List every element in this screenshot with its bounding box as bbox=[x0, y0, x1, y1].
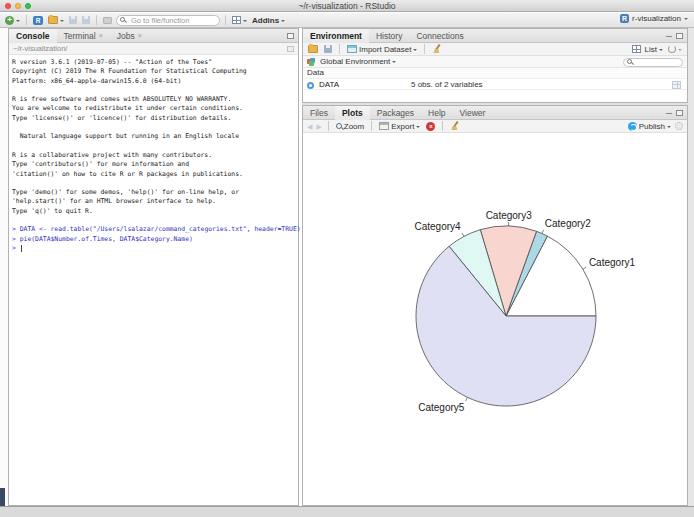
new-project-button[interactable]: R bbox=[32, 14, 44, 26]
close-icon[interactable]: × bbox=[138, 29, 142, 43]
refresh-environment-button[interactable] bbox=[667, 43, 683, 55]
list-view-button[interactable]: List bbox=[644, 43, 664, 55]
publish-label: Publish bbox=[639, 122, 665, 131]
gear-icon[interactable] bbox=[675, 122, 683, 130]
publish-button[interactable]: Publish bbox=[627, 120, 672, 132]
pie-label-tick bbox=[462, 233, 464, 237]
tab-connections[interactable]: Connections bbox=[409, 29, 470, 43]
open-folder-icon bbox=[48, 16, 58, 24]
search-icon bbox=[120, 17, 125, 22]
chevron-down-icon bbox=[416, 126, 420, 130]
object-name: DATA bbox=[319, 79, 339, 91]
tab-plots[interactable]: Plots bbox=[335, 106, 370, 120]
print-button[interactable] bbox=[102, 14, 113, 26]
pie-slice-label: Category1 bbox=[589, 257, 636, 268]
pie-slice-label: Category2 bbox=[545, 218, 592, 229]
remove-plot-icon: x bbox=[426, 122, 435, 131]
toolbar-separator bbox=[371, 121, 372, 131]
maximize-pane-icon[interactable] bbox=[676, 110, 683, 116]
pie-chart: Category1Category2Category3Category4Cate… bbox=[303, 133, 687, 505]
chevron-down-icon bbox=[678, 49, 682, 53]
working-directory-label: ~/r-visualization/ bbox=[13, 44, 67, 53]
pane-layout-icon bbox=[232, 16, 241, 24]
open-in-new-window-icon[interactable] bbox=[287, 46, 294, 52]
tab-terminal[interactable]: Terminal × bbox=[57, 29, 110, 43]
remove-plot-button[interactable]: x bbox=[425, 120, 436, 132]
console-command-line: > DATA <- read.table("/Users/lsalazar/co… bbox=[9, 225, 298, 234]
zoom-icon bbox=[336, 123, 342, 129]
export-label: Export bbox=[391, 122, 414, 131]
zoom-label: Zoom bbox=[344, 122, 364, 131]
tab-packages[interactable]: Packages bbox=[370, 106, 421, 120]
save-icon bbox=[69, 16, 77, 24]
rstudio-window: ~/r-visualization - RStudio + R bbox=[0, 0, 694, 517]
open-folder-icon bbox=[308, 45, 318, 53]
previous-plot-icon[interactable]: ◀ bbox=[307, 120, 312, 133]
console-command: pie(DATA$Number.of.Times, DATA$Category.… bbox=[20, 235, 193, 243]
clear-all-plots-button[interactable] bbox=[449, 120, 461, 132]
environment-scope-button[interactable]: Global Environment bbox=[319, 56, 397, 68]
list-view-label: List bbox=[645, 45, 657, 54]
window-edge-bottom bbox=[0, 506, 694, 517]
zoom-plot-button[interactable]: Zoom bbox=[335, 120, 365, 132]
minimize-pane-icon[interactable] bbox=[666, 36, 672, 37]
background-window-fragment bbox=[0, 488, 5, 506]
toolbar-separator bbox=[442, 121, 443, 131]
minimize-window-button[interactable] bbox=[15, 3, 21, 9]
open-file-button[interactable] bbox=[47, 14, 65, 26]
tab-console[interactable]: Console bbox=[9, 29, 57, 43]
toolbar-separator bbox=[339, 44, 340, 54]
tab-help[interactable]: Help bbox=[421, 106, 452, 120]
zoom-window-button[interactable] bbox=[25, 3, 31, 9]
console-prompt: > bbox=[12, 235, 16, 243]
environment-scope-label: Global Environment bbox=[320, 57, 390, 66]
project-menu-button[interactable]: R r-visualization bbox=[620, 14, 688, 23]
save-button[interactable] bbox=[68, 14, 78, 26]
table-row[interactable]: DATA 5 obs. of 2 variables bbox=[303, 78, 687, 90]
pie-slice-label: Category4 bbox=[414, 221, 461, 232]
console-command: DATA <- read.table("/Users/lsalazar/comm… bbox=[20, 225, 301, 233]
new-file-button[interactable]: + bbox=[4, 14, 21, 26]
broom-icon bbox=[450, 121, 460, 131]
next-plot-icon[interactable]: ▶ bbox=[316, 120, 321, 133]
refresh-icon bbox=[668, 45, 676, 53]
save-all-icon bbox=[82, 16, 90, 24]
list-view-icon bbox=[632, 45, 641, 53]
toolbar-separator bbox=[225, 15, 226, 25]
goto-file-function-input[interactable] bbox=[116, 15, 220, 26]
environment-search-box bbox=[623, 58, 683, 67]
pane-layout-button[interactable] bbox=[231, 14, 248, 26]
r-project-icon: R bbox=[620, 14, 629, 23]
dataframe-expand-icon[interactable] bbox=[307, 82, 314, 89]
close-window-button[interactable] bbox=[5, 3, 11, 9]
global-environment-icon bbox=[307, 58, 316, 66]
tab-files[interactable]: Files bbox=[303, 106, 335, 120]
console-prompt: > bbox=[12, 225, 16, 233]
close-icon[interactable]: × bbox=[99, 29, 103, 43]
clear-workspace-button[interactable] bbox=[431, 43, 443, 55]
save-workspace-button[interactable] bbox=[323, 43, 333, 55]
tab-history[interactable]: History bbox=[369, 29, 409, 43]
pie-slice-label: Category5 bbox=[418, 402, 465, 413]
load-workspace-button[interactable] bbox=[307, 43, 319, 55]
minimize-pane-icon[interactable] bbox=[666, 113, 672, 114]
maximize-pane-icon[interactable] bbox=[287, 33, 294, 39]
import-dataset-button[interactable]: Import Dataset bbox=[346, 43, 418, 55]
save-all-button[interactable] bbox=[81, 14, 91, 26]
environment-scope-row: Global Environment bbox=[303, 56, 687, 68]
maximize-pane-icon[interactable] bbox=[676, 33, 683, 39]
export-plot-button[interactable]: Export bbox=[378, 120, 421, 132]
view-data-icon[interactable] bbox=[672, 81, 681, 89]
addins-button[interactable]: Addins bbox=[251, 14, 286, 26]
pie-label-tick bbox=[466, 397, 468, 401]
tab-viewer[interactable]: Viewer bbox=[453, 106, 493, 120]
broom-icon bbox=[432, 44, 442, 54]
addins-label: Addins bbox=[252, 16, 279, 25]
console-command-line: > pie(DATA$Number.of.Times, DATA$Categor… bbox=[9, 235, 298, 244]
tab-environment[interactable]: Environment bbox=[303, 29, 369, 43]
chevron-down-icon bbox=[16, 20, 20, 24]
console-input-line[interactable]: > bbox=[9, 244, 298, 253]
chevron-down-icon bbox=[659, 49, 663, 53]
tab-jobs[interactable]: Jobs × bbox=[110, 29, 149, 43]
window-edge-right bbox=[688, 28, 694, 506]
